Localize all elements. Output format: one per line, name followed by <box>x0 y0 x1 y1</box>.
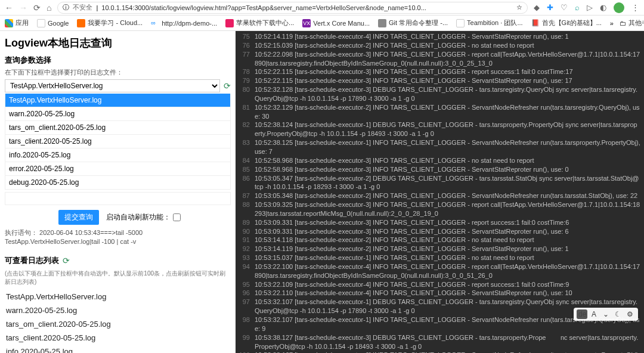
log-line: 8210:52:38.124 [tars-schedule-executor-1… <box>236 120 644 138</box>
teambition-icon <box>456 19 465 27</box>
auto-refresh-toggle[interactable]: 启动自动刷新功能： <box>106 212 181 222</box>
line-number: 97 <box>236 298 255 315</box>
log-line: 9410:53:22.100 [tars-schedule-executor-4… <box>236 262 644 280</box>
ext-icon[interactable]: ♡ <box>561 3 568 12</box>
log-line: 9610:53:22.110 [tars-schedule-executor-4… <box>236 289 644 298</box>
log-line: 8710:53:05.348 [tars-schedule-executor-2… <box>236 191 644 200</box>
submit-button[interactable]: 提交查询 <box>58 210 99 225</box>
menu-icon[interactable]: ⋮ <box>631 3 639 12</box>
bookmark-label: Vert.x Core Manu... <box>313 20 370 27</box>
url-bar[interactable]: ⓘ 不安全 | 10.0.1.154:3000/static/logview/l… <box>57 2 528 14</box>
overflow-icon[interactable]: » <box>610 20 614 27</box>
ext-icon[interactable]: ◆ <box>534 3 540 12</box>
lang-badge[interactable]: de <box>577 309 587 319</box>
bookmark-label: 我要学习 - Cloud... <box>88 18 143 27</box>
file-list-item[interactable]: TestApp.VertxHelloServer.log <box>5 290 231 304</box>
line-number: 86 <box>236 174 255 192</box>
ext-icon[interactable]: ▷ <box>587 3 593 12</box>
file-list-item[interactable]: tars_om_client.2020-05-25.log <box>5 317 231 331</box>
dropdown-item[interactable]: warn.2020-05-25.log <box>5 107 230 121</box>
refresh-files-icon[interactable]: ⟳ <box>63 256 70 265</box>
params-heading: 查询参数选择 <box>5 55 231 66</box>
log-line: 8510:52:58.968 [tars-schedule-executor-3… <box>236 165 644 174</box>
chevron-icon[interactable]: ⌄ <box>600 309 611 319</box>
line-number: 84 <box>236 156 255 165</box>
log-line: 10010:53:38.127 [tars-schedule-executor-… <box>236 351 644 353</box>
ext-icon[interactable]: ⌕ <box>575 3 580 12</box>
bookmark-dpm[interactable]: ∞http://dpm-demo-... <box>151 19 217 27</box>
file-list-item[interactable]: warn.2020-05-25.log <box>5 304 231 317</box>
file-list-item[interactable]: info.2020-05-25.log <box>5 345 231 353</box>
file-list-item[interactable]: tars_client.2020-05-25.log <box>5 331 231 345</box>
line-text: 10:52:58.968 [tars-schedule-executor-3] … <box>255 165 644 174</box>
line-text: 10:53:22.110 [tars-schedule-executor-4] … <box>255 289 644 298</box>
dropdown-item[interactable]: TestApp.VertxHelloServer.log <box>5 94 230 107</box>
bookmark-gitbasics[interactable]: 📕首先【Git的基础】... <box>531 18 602 27</box>
files-help-text: (点击以下项在上面下拉框中将自动选中。默认显示前100条，点击刷新按钮可实时刷新… <box>5 270 231 286</box>
bookmark-learn[interactable]: 我要学习 - Cloud... <box>77 18 143 27</box>
line-number: 88 <box>236 200 255 218</box>
back-button[interactable]: ← <box>5 3 13 13</box>
refresh-icon[interactable]: ⟳ <box>224 81 231 91</box>
bookmark-vertx[interactable]: VXVert.x Core Manu... <box>302 19 370 27</box>
auto-refresh-checkbox[interactable] <box>173 213 181 221</box>
font-icon[interactable]: A <box>589 309 599 319</box>
log-line: 9910:53:38.127 [tars-schedule-executor-3… <box>236 333 644 351</box>
bookmark-label: http://dpm-demo-... <box>162 20 217 27</box>
link-icon: ∞ <box>151 19 159 27</box>
folder-icon <box>77 19 85 27</box>
bookmark-apple[interactable]: 苹果软件下载中心... <box>225 18 294 27</box>
info-icon: ⓘ <box>63 3 69 12</box>
bookmark-label: 苹果软件下载中心... <box>236 18 294 27</box>
line-number: 95 <box>236 280 255 289</box>
ext-icon[interactable]: ✚ <box>547 3 553 12</box>
ext-icon[interactable]: ◐ <box>600 3 606 12</box>
bookmark-apps[interactable]: 应用 <box>5 18 29 27</box>
line-number: 91 <box>236 236 255 244</box>
exec-command-text: 执行语句： 2020-06-04 10:53:43===>tail -5000 … <box>5 228 231 247</box>
line-number: 78 <box>236 67 255 76</box>
log-file-select[interactable]: TestApp.VertxHelloServer.log <box>5 79 220 92</box>
files-heading: 可查看日志列表 <box>5 255 59 266</box>
dropdown-item[interactable]: debug.2020-05-25.log <box>5 176 230 190</box>
line-number: 85 <box>236 165 255 174</box>
line-text: 10:53:14.119 [tars-schedule-executor-2] … <box>255 244 644 253</box>
log-output-panel[interactable]: 7510:52:14.119 [tars-schedule-executor-4… <box>236 31 644 353</box>
bookmark-google[interactable]: Google <box>37 19 69 27</box>
log-line: 7910:52:22.115 [tars-schedule-executor-3… <box>236 76 644 85</box>
extension-icons: ◆ ✚ ♡ ⌕ ▷ ◐ ⋮ <box>534 2 639 13</box>
bookmark-git[interactable]: Git 常用命令整理 -... <box>378 18 448 27</box>
dropdown-item[interactable]: tars_om_client.2020-05-25.log <box>5 121 230 135</box>
line-number: 89 <box>236 218 255 227</box>
log-line: 8110:52:32.129 [tars-schedule-executor-2… <box>236 103 644 121</box>
main-content: Logview本地日志查询 查询参数选择 在下面下拉框中选择要打印的日志文件： … <box>0 31 644 353</box>
line-number: 98 <box>236 315 255 333</box>
google-icon <box>37 19 45 27</box>
gear-icon[interactable]: ⚙ <box>624 309 635 319</box>
left-panel: Logview本地日志查询 查询参数选择 在下面下拉框中选择要打印的日志文件： … <box>0 31 236 353</box>
line-text: 10:53:15.037 [tars-schedule-executor-1] … <box>255 253 644 262</box>
moon-icon[interactable]: ☾ <box>612 309 623 319</box>
log-line: 8410:52:58.968 [tars-schedule-executor-3… <box>236 156 644 165</box>
bookmark-label: Teambition · 团队... <box>467 18 523 27</box>
line-text: 10:52:22.115 [tars-schedule-executor-3] … <box>255 76 644 85</box>
line-text: 10:53:09.331 [tars-schedule-executor-3] … <box>255 218 644 227</box>
url-text: 10.0.1.154:3000/static/logview/logview.h… <box>101 4 513 11</box>
dropdown-item[interactable]: tars_client.2020-05-25.log <box>5 135 230 148</box>
dropdown-item[interactable]: info.2020-05-25.log <box>5 148 230 162</box>
avatar[interactable] <box>614 2 624 13</box>
star-icon[interactable]: ☆ <box>516 4 522 11</box>
reload-button[interactable]: ⟳ <box>33 3 41 13</box>
bookmark-teambition[interactable]: Teambition · 团队... <box>456 18 523 27</box>
line-text: 10:53:09.325 [tars-schedule-executor-3] … <box>255 200 644 218</box>
home-button[interactable]: ⌂ <box>47 3 51 13</box>
bookmark-label: 首先【Git的基础】... <box>542 18 602 27</box>
log-line: 8010:52:32.128 [tars-schedule-executor-3… <box>236 85 644 103</box>
input-placeholder-row[interactable] <box>5 192 231 205</box>
forward-button[interactable]: → <box>19 3 27 13</box>
line-number: 83 <box>236 138 255 156</box>
dropdown-item[interactable]: error.2020-05-25.log <box>5 162 230 176</box>
book-icon: 📕 <box>531 19 540 27</box>
bookmark-label: Git 常用命令整理 -... <box>389 18 448 27</box>
bookmark-other[interactable]: 🗀其他书签 <box>620 18 644 27</box>
